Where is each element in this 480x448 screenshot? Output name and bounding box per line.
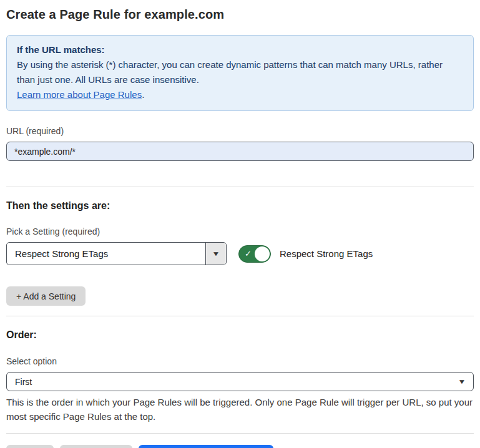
pick-setting-label: Pick a Setting (required) bbox=[6, 226, 474, 236]
page-title: Create a Page Rule for example.com bbox=[6, 7, 474, 22]
learn-more-link[interactable]: Learn more about Page Rules bbox=[17, 89, 142, 100]
order-select-value: First bbox=[15, 377, 32, 387]
section-divider bbox=[6, 316, 474, 316]
url-matches-info-box: If the URL matches: By using the asteris… bbox=[6, 35, 474, 111]
check-icon: ✓ bbox=[245, 249, 252, 258]
add-setting-button[interactable]: + Add a Setting bbox=[6, 286, 86, 306]
url-input[interactable] bbox=[6, 142, 474, 161]
toggle-label: Respect Strong ETags bbox=[280, 248, 373, 259]
setting-row: Respect Strong ETags ▼ ✓ Respect Strong … bbox=[6, 242, 474, 265]
info-box-heading: If the URL matches: bbox=[17, 42, 463, 57]
setting-select[interactable]: Respect Strong ETags ▼ bbox=[6, 242, 227, 265]
footer-actions: Cancel Save as Draft Save and Deploy Pag… bbox=[6, 445, 474, 448]
setting-select-arrow-button[interactable]: ▼ bbox=[205, 243, 226, 265]
create-page-rule-panel: Create a Page Rule for example.com If th… bbox=[0, 7, 480, 448]
url-field-label: URL (required) bbox=[6, 126, 474, 136]
setting-select-value: Respect Strong ETags bbox=[7, 243, 205, 265]
link-period: . bbox=[142, 89, 144, 100]
footer-divider bbox=[6, 433, 474, 434]
chevron-down-icon: ▼ bbox=[212, 251, 220, 257]
info-box-body-text: By using the asterisk (*) character, you… bbox=[17, 59, 443, 85]
order-section-heading: Order: bbox=[6, 329, 474, 341]
toggle-knob bbox=[255, 246, 270, 261]
info-box-body: By using the asterisk (*) character, you… bbox=[17, 57, 463, 102]
order-select-label: Select option bbox=[6, 356, 474, 366]
settings-section-heading: Then the settings are: bbox=[6, 200, 474, 212]
order-help-text: This is the order in which your Page Rul… bbox=[6, 395, 474, 424]
chevron-down-icon: ▼ bbox=[458, 379, 466, 385]
section-divider bbox=[6, 187, 474, 187]
order-select[interactable]: First ▼ bbox=[6, 372, 474, 391]
save-and-deploy-button[interactable]: Save and Deploy Page Rule bbox=[139, 445, 273, 448]
cancel-button[interactable]: Cancel bbox=[6, 445, 54, 448]
save-as-draft-button[interactable]: Save as Draft bbox=[60, 445, 133, 448]
respect-strong-etags-toggle[interactable]: ✓ bbox=[238, 245, 271, 263]
